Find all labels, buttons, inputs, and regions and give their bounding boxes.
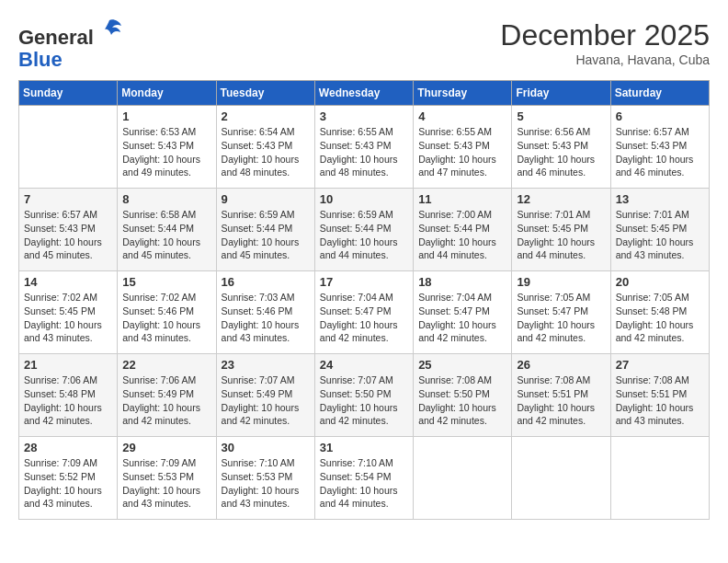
calendar-cell: 3Sunrise: 6:55 AMSunset: 5:43 PMDaylight…: [314, 106, 413, 189]
day-info: Sunrise: 7:05 AMSunset: 5:47 PMDaylight:…: [517, 291, 605, 345]
day-number: 26: [517, 358, 605, 372]
calendar-cell: [414, 437, 512, 520]
weekday-header-friday: Friday: [512, 81, 610, 106]
day-number: 25: [418, 358, 506, 372]
calendar-week-row: 14Sunrise: 7:02 AMSunset: 5:45 PMDayligh…: [19, 271, 710, 354]
day-info: Sunrise: 7:03 AMSunset: 5:46 PMDaylight:…: [222, 291, 310, 345]
day-number: 20: [616, 275, 704, 289]
weekday-header-sunday: Sunday: [19, 81, 118, 106]
weekday-header-row: SundayMondayTuesdayWednesdayThursdayFrid…: [19, 81, 710, 106]
day-number: 8: [122, 192, 210, 206]
day-number: 3: [320, 109, 408, 123]
day-number: 7: [24, 192, 112, 206]
month-title: December 2025: [500, 18, 710, 52]
calendar-cell: 27Sunrise: 7:08 AMSunset: 5:51 PMDayligh…: [610, 354, 709, 437]
day-info: Sunrise: 7:06 AMSunset: 5:48 PMDaylight:…: [24, 373, 112, 428]
day-number: 19: [517, 275, 605, 289]
logo: General Blue: [18, 18, 123, 71]
calendar-cell: 15Sunrise: 7:02 AMSunset: 5:46 PMDayligh…: [118, 271, 216, 354]
day-info: Sunrise: 7:04 AMSunset: 5:47 PMDaylight:…: [320, 291, 408, 345]
day-number: 1: [122, 109, 210, 123]
day-info: Sunrise: 7:07 AMSunset: 5:50 PMDaylight:…: [320, 373, 408, 428]
day-number: 30: [222, 441, 310, 454]
calendar-cell: 10Sunrise: 6:59 AMSunset: 5:44 PMDayligh…: [314, 189, 413, 271]
calendar-cell: 8Sunrise: 6:58 AMSunset: 5:44 PMDaylight…: [118, 189, 216, 271]
day-number: 14: [24, 275, 112, 289]
calendar-cell: [19, 106, 118, 189]
day-info: Sunrise: 7:02 AMSunset: 5:45 PMDaylight:…: [24, 291, 112, 345]
calendar-cell: 31Sunrise: 7:10 AMSunset: 5:54 PMDayligh…: [314, 437, 413, 520]
day-info: Sunrise: 7:09 AMSunset: 5:52 PMDaylight:…: [24, 456, 112, 511]
day-info: Sunrise: 7:10 AMSunset: 5:54 PMDaylight:…: [320, 456, 408, 511]
calendar-cell: [610, 437, 709, 520]
calendar-cell: 23Sunrise: 7:07 AMSunset: 5:49 PMDayligh…: [216, 354, 314, 437]
calendar-week-row: 1Sunrise: 6:53 AMSunset: 5:43 PMDaylight…: [19, 106, 710, 189]
day-number: 27: [616, 358, 704, 372]
calendar-week-row: 21Sunrise: 7:06 AMSunset: 5:48 PMDayligh…: [19, 354, 710, 437]
calendar-cell: 6Sunrise: 6:57 AMSunset: 5:43 PMDaylight…: [610, 106, 709, 189]
day-number: 10: [320, 192, 408, 206]
day-number: 13: [616, 192, 704, 206]
day-info: Sunrise: 7:01 AMSunset: 5:45 PMDaylight:…: [517, 208, 605, 262]
calendar-cell: 21Sunrise: 7:06 AMSunset: 5:48 PMDayligh…: [19, 354, 118, 437]
calendar-cell: 12Sunrise: 7:01 AMSunset: 5:45 PMDayligh…: [512, 189, 610, 271]
day-info: Sunrise: 7:02 AMSunset: 5:46 PMDaylight:…: [122, 291, 210, 345]
day-number: 28: [24, 441, 112, 454]
calendar-cell: 19Sunrise: 7:05 AMSunset: 5:47 PMDayligh…: [512, 271, 610, 354]
day-info: Sunrise: 6:58 AMSunset: 5:44 PMDaylight:…: [122, 208, 210, 262]
location: Havana, Havana, Cuba: [500, 52, 710, 67]
day-info: Sunrise: 6:56 AMSunset: 5:43 PMDaylight:…: [517, 125, 605, 179]
day-number: 6: [616, 109, 704, 123]
weekday-header-saturday: Saturday: [610, 81, 709, 106]
day-info: Sunrise: 6:54 AMSunset: 5:43 PMDaylight:…: [222, 125, 310, 179]
calendar-cell: 1Sunrise: 6:53 AMSunset: 5:43 PMDaylight…: [118, 106, 216, 189]
calendar-cell: 9Sunrise: 6:59 AMSunset: 5:44 PMDaylight…: [216, 189, 314, 271]
calendar-cell: 2Sunrise: 6:54 AMSunset: 5:43 PMDaylight…: [216, 106, 314, 189]
day-info: Sunrise: 7:06 AMSunset: 5:49 PMDaylight:…: [122, 373, 210, 428]
calendar-cell: 24Sunrise: 7:07 AMSunset: 5:50 PMDayligh…: [314, 354, 413, 437]
calendar-table: SundayMondayTuesdayWednesdayThursdayFrid…: [18, 80, 710, 520]
calendar-cell: 7Sunrise: 6:57 AMSunset: 5:43 PMDaylight…: [19, 189, 118, 271]
day-info: Sunrise: 6:57 AMSunset: 5:43 PMDaylight:…: [616, 125, 704, 179]
day-info: Sunrise: 7:09 AMSunset: 5:53 PMDaylight:…: [122, 456, 210, 511]
calendar-week-row: 7Sunrise: 6:57 AMSunset: 5:43 PMDaylight…: [19, 189, 710, 271]
day-number: 22: [122, 358, 210, 372]
calendar-cell: 20Sunrise: 7:05 AMSunset: 5:48 PMDayligh…: [610, 271, 709, 354]
calendar-cell: 25Sunrise: 7:08 AMSunset: 5:50 PMDayligh…: [414, 354, 512, 437]
logo-general: General: [18, 26, 94, 49]
calendar-cell: 4Sunrise: 6:55 AMSunset: 5:43 PMDaylight…: [414, 106, 512, 189]
day-number: 21: [24, 358, 112, 372]
calendar-week-row: 28Sunrise: 7:09 AMSunset: 5:52 PMDayligh…: [19, 437, 710, 520]
calendar-cell: 18Sunrise: 7:04 AMSunset: 5:47 PMDayligh…: [414, 271, 512, 354]
calendar-cell: 16Sunrise: 7:03 AMSunset: 5:46 PMDayligh…: [216, 271, 314, 354]
day-info: Sunrise: 6:55 AMSunset: 5:43 PMDaylight:…: [418, 125, 506, 179]
title-block: December 2025 Havana, Havana, Cuba: [500, 18, 710, 67]
calendar-cell: 11Sunrise: 7:00 AMSunset: 5:44 PMDayligh…: [414, 189, 512, 271]
calendar-cell: 13Sunrise: 7:01 AMSunset: 5:45 PMDayligh…: [610, 189, 709, 271]
weekday-header-thursday: Thursday: [414, 81, 512, 106]
day-number: 4: [418, 109, 506, 123]
day-info: Sunrise: 6:59 AMSunset: 5:44 PMDaylight:…: [222, 208, 310, 262]
day-info: Sunrise: 7:08 AMSunset: 5:51 PMDaylight:…: [517, 373, 605, 428]
day-number: 17: [320, 275, 408, 289]
day-info: Sunrise: 6:53 AMSunset: 5:43 PMDaylight:…: [122, 125, 210, 179]
day-info: Sunrise: 7:08 AMSunset: 5:51 PMDaylight:…: [616, 373, 704, 428]
day-info: Sunrise: 7:07 AMSunset: 5:49 PMDaylight:…: [222, 373, 310, 428]
day-number: 24: [320, 358, 408, 372]
weekday-header-wednesday: Wednesday: [314, 81, 413, 106]
day-info: Sunrise: 7:01 AMSunset: 5:45 PMDaylight:…: [616, 208, 704, 262]
calendar-cell: 5Sunrise: 6:56 AMSunset: 5:43 PMDaylight…: [512, 106, 610, 189]
logo-bird-icon: [96, 18, 123, 44]
calendar-cell: [512, 437, 610, 520]
calendar-cell: 22Sunrise: 7:06 AMSunset: 5:49 PMDayligh…: [118, 354, 216, 437]
day-number: 18: [418, 275, 506, 289]
day-info: Sunrise: 6:59 AMSunset: 5:44 PMDaylight:…: [320, 208, 408, 262]
weekday-header-monday: Monday: [118, 81, 216, 106]
calendar-cell: 29Sunrise: 7:09 AMSunset: 5:53 PMDayligh…: [118, 437, 216, 520]
day-number: 9: [222, 192, 310, 206]
day-number: 5: [517, 109, 605, 123]
calendar-cell: 14Sunrise: 7:02 AMSunset: 5:45 PMDayligh…: [19, 271, 118, 354]
day-info: Sunrise: 6:57 AMSunset: 5:43 PMDaylight:…: [24, 208, 112, 262]
day-info: Sunrise: 7:04 AMSunset: 5:47 PMDaylight:…: [418, 291, 506, 345]
page-header: General Blue December 2025 Havana, Havan…: [18, 18, 710, 71]
